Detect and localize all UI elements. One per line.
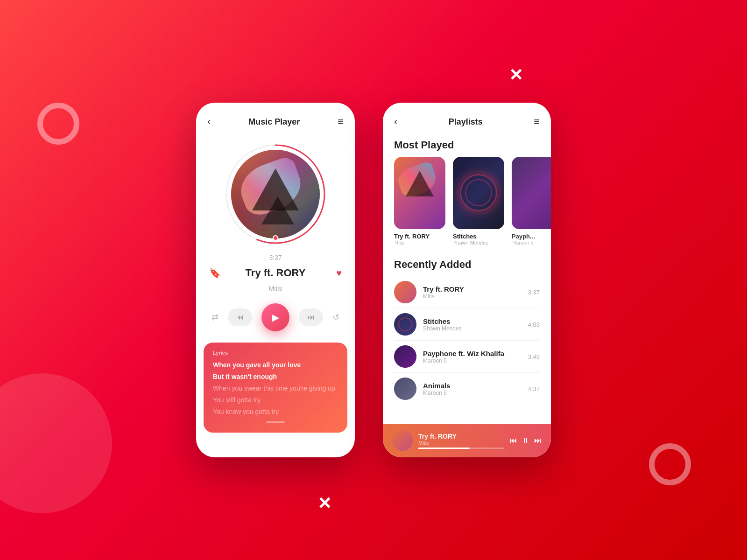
list-song-info-3: Payphone ft. Wiz Khalifa Maroon 5 — [423, 350, 528, 364]
heart-icon[interactable]: ♥ — [336, 268, 342, 279]
list-song-duration-2: 4:03 — [528, 321, 540, 328]
list-item-3[interactable]: Payphone ft. Wiz Khalifa Maroon 5 3:49 — [394, 341, 540, 373]
lyrics-section: Lyrics When you gave all your love But i… — [204, 343, 347, 433]
playlist-thumb-3[interactable]: Payph... Maroon 5 — [512, 157, 551, 245]
list-song-info-1: Try ft. RORY Mitis — [423, 285, 528, 300]
lyrics-line-3: When you swear this time you're giving u… — [213, 384, 338, 393]
list-thumb-4 — [394, 378, 416, 400]
mini-progress-fill — [418, 448, 470, 449]
thumb-art-inner-2 — [453, 157, 504, 229]
music-player-screen: ‹ Music Player ≡ — [196, 103, 355, 457]
most-played-scroll[interactable]: Try ft. RORY Mitis Stitches Shawn Mendez… — [383, 157, 551, 253]
bookmark-icon[interactable]: 🔖 — [209, 267, 221, 279]
mini-player-artist: Mitis — [418, 440, 504, 446]
thumb-song-title-2: Stitches — [453, 233, 504, 240]
mini-controls: ⏮ ⏸ ⏭ — [510, 436, 542, 445]
art-triangle2 — [261, 196, 294, 224]
bg-decoration-x-bottom: ✕ — [317, 494, 331, 513]
list-song-artist-1: Mitis — [423, 293, 528, 300]
playlists-screen: ‹ Playlists ≡ Most Played Try ft. RORY M… — [383, 103, 551, 457]
lyrics-label: Lyrics — [213, 350, 338, 356]
bg-decoration-circle-left — [37, 103, 79, 145]
lyrics-line-4: You still gotta try — [213, 395, 338, 405]
playlists-title: Playlists — [449, 117, 483, 127]
list-song-artist-3: Maroon 5 — [423, 357, 528, 364]
thumb-art-3 — [512, 157, 551, 229]
mandala-decoration — [460, 174, 497, 211]
list-song-title-4: Animals — [423, 382, 528, 390]
list-song-duration-3: 3:49 — [528, 353, 540, 360]
player-menu-button[interactable]: ≡ — [338, 116, 344, 128]
bg-decoration-blob — [0, 373, 112, 513]
player-back-button[interactable]: ‹ — [207, 116, 211, 128]
playlists-back-button[interactable]: ‹ — [394, 116, 397, 128]
thumb-song-title-3: Payph... — [512, 233, 551, 240]
next-button[interactable]: ⏭ — [299, 308, 323, 326]
thumb-song-title-1: Try ft. RORY — [394, 233, 445, 240]
thumb-song-artist-1: Mitis — [394, 240, 445, 245]
list-song-title-2: Stitches — [423, 317, 528, 325]
list-song-title-1: Try ft. RORY — [423, 285, 528, 293]
song-info: 🔖 Try ft. RORY ♥ — [196, 263, 355, 283]
playback-controls: ⇄ ⏮ ▶ ⏭ ↺ — [196, 300, 355, 339]
time-display: 3:37 — [196, 254, 355, 261]
list-song-duration-4: 4:37 — [528, 385, 540, 392]
most-played-title: Most Played — [383, 133, 551, 157]
mini-next-button[interactable]: ⏭ — [534, 436, 542, 445]
thumb-art-2 — [453, 157, 504, 229]
thumb-song-artist-2: Shawn Mendez — [453, 240, 504, 245]
playlist-thumb-2[interactable]: Stitches Shawn Mendez — [453, 157, 504, 245]
screens-container: ‹ Music Player ≡ — [196, 103, 551, 457]
album-art-section — [196, 133, 355, 250]
album-art — [231, 150, 320, 238]
prev-button[interactable]: ⏮ — [228, 308, 252, 326]
progress-ring-container — [224, 143, 327, 245]
progress-dot[interactable] — [273, 235, 278, 241]
thumb-art-1 — [394, 157, 445, 229]
scroll-indicator — [266, 421, 285, 423]
player-header: ‹ Music Player ≡ — [196, 103, 355, 133]
playlists-header: ‹ Playlists ≡ — [383, 103, 551, 133]
song-artist: Mitis — [196, 285, 355, 292]
mini-pause-button[interactable]: ⏸ — [522, 436, 529, 445]
mini-player[interactable]: Try ft. RORY Mitis ⏮ ⏸ ⏭ — [383, 424, 551, 457]
repeat-button[interactable]: ↺ — [332, 312, 339, 322]
mini-progress-bar[interactable] — [418, 448, 504, 449]
list-song-title-3: Payphone ft. Wiz Khalifa — [423, 350, 528, 357]
list-song-artist-2: Shawn Mendez — [423, 325, 528, 332]
mini-player-title: Try ft. RORY — [418, 433, 504, 440]
thumb-art-inner-3 — [512, 157, 551, 229]
list-thumb-1 — [394, 281, 416, 303]
thumb-song-artist-3: Maroon 5 — [512, 240, 551, 245]
list-thumb-3 — [394, 345, 416, 368]
list-song-info-4: Animals Maroon 5 — [423, 382, 528, 396]
thumb-triangle-1 — [406, 171, 434, 196]
lyrics-line-1: When you gave all your love — [213, 360, 338, 370]
shuffle-button[interactable]: ⇄ — [211, 312, 218, 322]
mini-player-thumb — [392, 430, 413, 451]
recently-added-title: Recently Added — [383, 253, 551, 276]
lyrics-line-5: You know you gotta try — [213, 407, 338, 417]
recently-added-list: Try ft. RORY Mitis 3:37 Stitches Shawn M… — [383, 276, 551, 424]
list-item-4[interactable]: Animals Maroon 5 4:37 — [394, 373, 540, 405]
album-art-inner — [231, 150, 320, 238]
thumb-art-inner-1 — [394, 157, 445, 229]
list-item-1[interactable]: Try ft. RORY Mitis 3:37 — [394, 276, 540, 308]
play-button[interactable]: ▶ — [261, 303, 289, 331]
mini-player-info: Try ft. RORY Mitis — [418, 433, 504, 449]
playlist-thumb-1[interactable]: Try ft. RORY Mitis — [394, 157, 445, 245]
bg-decoration-x-top: ✕ — [509, 65, 523, 85]
playlists-menu-button[interactable]: ≡ — [534, 116, 540, 128]
list-thumb-2 — [394, 313, 416, 336]
bg-decoration-circle-right — [649, 443, 691, 485]
lyrics-line-2: But it wasn't enough — [213, 372, 338, 382]
player-title: Music Player — [248, 117, 300, 127]
list-song-duration-1: 3:37 — [528, 289, 540, 296]
list-item-2[interactable]: Stitches Shawn Mendez 4:03 — [394, 308, 540, 341]
list-song-artist-4: Maroon 5 — [423, 390, 528, 396]
song-title: Try ft. RORY — [246, 267, 306, 279]
mini-prev-button[interactable]: ⏮ — [510, 436, 517, 445]
list-song-info-2: Stitches Shawn Mendez — [423, 317, 528, 332]
